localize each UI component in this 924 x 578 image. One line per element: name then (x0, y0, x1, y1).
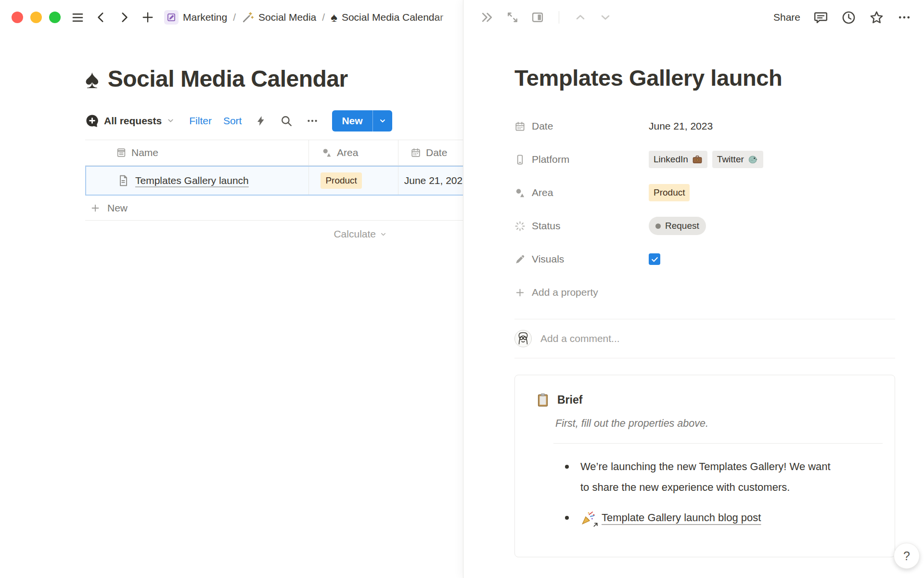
spade-icon: ♠ (331, 11, 337, 24)
property-label-date[interactable]: Date (514, 120, 649, 132)
wand-icon (242, 11, 254, 24)
breadcrumb-item-social-media[interactable]: Social Media (242, 11, 316, 24)
divider (553, 443, 883, 444)
bullet-item: Template Gallery launch blog post (553, 507, 883, 528)
pen-icon (514, 254, 526, 265)
bullet-marker (565, 516, 569, 520)
close-peek-double-chevron-icon[interactable] (480, 10, 494, 25)
status-spinner-icon (514, 221, 526, 232)
table-row[interactable]: Templates Gallery launch Product June 21… (85, 166, 463, 196)
requests-view-icon (85, 114, 99, 128)
clipboard-icon (536, 393, 550, 407)
add-property-button[interactable]: Add a property (514, 280, 895, 304)
bullet-text[interactable]: We’re launching the new Templates Galler… (580, 456, 831, 498)
breadcrumb: Marketing / Social Media / ♠ Social Medi… (164, 10, 443, 25)
database-title[interactable]: Social Media Calendar (108, 66, 348, 92)
column-header-area[interactable]: Area (309, 140, 398, 165)
bullet-marker (565, 465, 569, 469)
memo-icon (164, 10, 179, 25)
main-panel: Marketing / Social Media / ♠ Social Medi… (0, 0, 463, 578)
minimize-window-button[interactable] (30, 12, 42, 23)
database-spade-icon[interactable]: ♠ (85, 66, 99, 92)
status-pill[interactable]: Request (649, 217, 706, 235)
favorite-star-icon[interactable] (869, 10, 884, 25)
row-page-title[interactable]: Templates Gallery launch (135, 175, 249, 186)
table-header: Name Area Date (85, 140, 463, 166)
brief-title[interactable]: Brief (557, 394, 582, 407)
breadcrumb-item-marketing[interactable]: Marketing (164, 10, 227, 25)
forward-chevron-icon[interactable] (118, 11, 130, 24)
property-label-visuals[interactable]: Visuals (514, 253, 649, 265)
brief-bullets: We’re launching the new Templates Galler… (553, 456, 883, 528)
previous-page-chevron-icon[interactable] (574, 11, 587, 24)
status-dot (655, 223, 661, 229)
calendar-icon (514, 121, 526, 132)
visuals-checkbox[interactable] (649, 253, 660, 265)
zoom-window-button[interactable] (49, 12, 61, 23)
property-row-status: Status Request (514, 214, 895, 238)
side-peek-icon[interactable] (531, 11, 544, 24)
table-new-row-button[interactable]: New (85, 196, 463, 221)
phone-icon (514, 154, 526, 165)
plus-icon (90, 203, 101, 213)
new-entry-dropdown-icon[interactable] (373, 117, 392, 125)
sort-button[interactable]: Sort (223, 115, 242, 127)
column-header-date[interactable]: Date (398, 140, 463, 165)
breadcrumb-item-social-media-calendar[interactable]: ♠ Social Media Calendar (331, 11, 443, 24)
database-table: Name Area Date (85, 140, 463, 240)
property-label-area[interactable]: Area (514, 187, 649, 198)
back-chevron-icon[interactable] (95, 11, 107, 24)
property-list: Date June 21, 2023 Platform LinkedIn (514, 114, 895, 304)
brief-template-card: Brief First, fill out the properties abo… (514, 375, 895, 557)
help-button[interactable]: ? (894, 543, 920, 569)
status-value[interactable]: Request (649, 217, 706, 235)
breadcrumb-separator: / (232, 12, 237, 23)
new-entry-button[interactable]: New (332, 110, 392, 131)
comment-composer: Add a comment... (514, 319, 895, 358)
name-field-icon (116, 147, 127, 158)
platform-value[interactable]: LinkedIn Twitter (649, 151, 763, 168)
select-field-icon (321, 147, 332, 158)
view-name: All requests (104, 115, 162, 127)
next-page-chevron-icon[interactable] (599, 11, 612, 24)
sidebar-menu-icon[interactable] (71, 11, 84, 24)
check-icon (651, 255, 659, 263)
comments-icon[interactable] (813, 10, 828, 25)
link-arrow-icon (592, 522, 599, 528)
area-tag[interactable]: Product (321, 172, 361, 189)
column-header-name[interactable]: Name (85, 140, 309, 165)
plus-icon (514, 287, 526, 298)
filter-button[interactable]: Filter (189, 115, 212, 127)
search-icon[interactable] (280, 115, 293, 127)
shapes-icon (514, 187, 526, 198)
history-icon[interactable] (841, 10, 856, 25)
bolt-icon[interactable] (255, 115, 267, 127)
toolbar-divider (559, 11, 559, 24)
more-ellipsis-icon[interactable] (897, 10, 911, 25)
property-label-status[interactable]: Status (514, 220, 649, 232)
calculate-button[interactable]: Calculate (85, 221, 398, 240)
blog-post-page-link[interactable]: Template Gallery launch blog post (602, 507, 761, 528)
property-row-area: Area Product (514, 181, 895, 205)
brief-hint[interactable]: First, fill out the properties above. (555, 418, 883, 430)
share-button[interactable]: Share (773, 12, 800, 23)
area-value[interactable]: Product (649, 184, 690, 201)
property-label-platform[interactable]: Platform (514, 154, 649, 165)
comment-input[interactable]: Add a comment... (540, 333, 895, 344)
peek-toolbar: Share (463, 0, 924, 35)
platform-tag-twitter[interactable]: Twitter (712, 151, 763, 168)
new-tab-plus-icon[interactable] (141, 11, 154, 24)
page-icon (117, 174, 129, 187)
page-title[interactable]: Templates Gallery launch (514, 65, 895, 91)
more-ellipsis-icon[interactable] (306, 115, 319, 127)
user-avatar (514, 330, 532, 347)
expand-page-icon[interactable] (506, 11, 519, 24)
row-date[interactable]: June 21, 2023 (404, 175, 463, 186)
date-value[interactable]: June 21, 2023 (649, 120, 713, 132)
breadcrumb-separator: / (321, 12, 326, 23)
area-tag[interactable]: Product (649, 184, 690, 201)
briefcase-icon (692, 154, 703, 165)
view-switcher[interactable]: All requests (85, 114, 175, 128)
platform-tag-linkedin[interactable]: LinkedIn (649, 151, 707, 168)
close-window-button[interactable] (12, 12, 23, 23)
